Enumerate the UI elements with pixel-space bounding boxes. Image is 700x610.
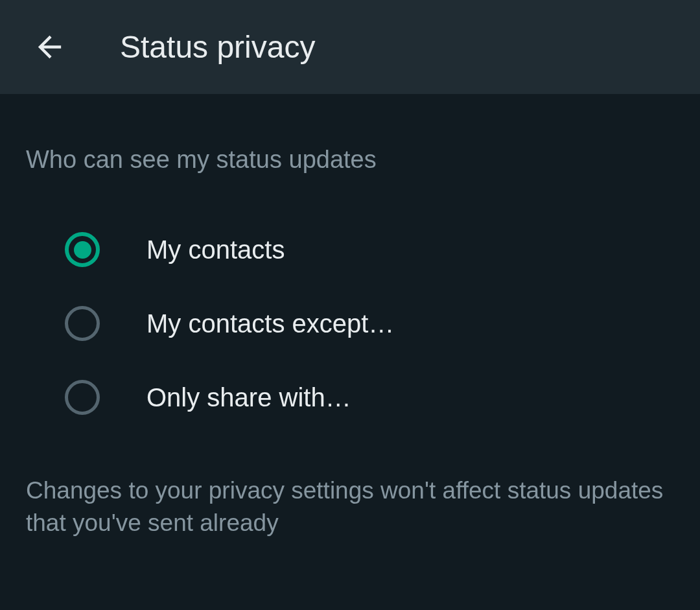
section-heading: Who can see my status updates: [26, 146, 674, 174]
option-my-contacts[interactable]: My contacts: [26, 213, 674, 287]
radio-unselected-icon: [65, 306, 100, 341]
radio-unselected-icon: [65, 380, 100, 415]
header-bar: Status privacy: [0, 0, 700, 94]
option-my-contacts-except[interactable]: My contacts except…: [26, 287, 674, 360]
option-label: Only share with…: [146, 383, 351, 412]
option-label: My contacts except…: [146, 309, 394, 338]
page-title: Status privacy: [120, 29, 315, 65]
content-area: Who can see my status updates My contact…: [0, 94, 700, 539]
back-button[interactable]: [32, 30, 67, 64]
option-only-share-with[interactable]: Only share with…: [26, 360, 674, 434]
back-arrow-icon: [32, 30, 67, 64]
radio-selected-icon: [65, 232, 100, 267]
footer-note: Changes to your privacy settings won't a…: [26, 475, 674, 539]
option-label: My contacts: [146, 235, 285, 264]
